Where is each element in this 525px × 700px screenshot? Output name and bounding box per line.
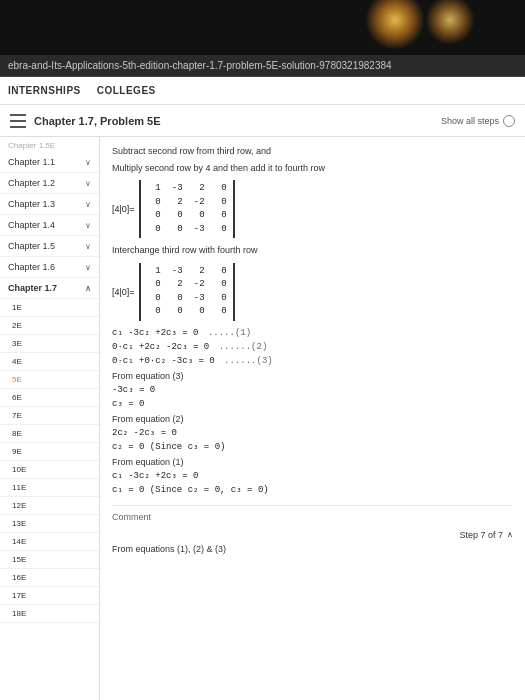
- sidebar-sub-15e[interactable]: 15E: [0, 551, 99, 569]
- chevron-ch1-6: ∨: [85, 263, 91, 272]
- m1-r3c1: 0: [147, 209, 161, 223]
- main-content: Subtract second row from third row, and …: [100, 137, 525, 700]
- m2-r3c4: 0: [213, 292, 227, 306]
- m1-r1c2: -3: [169, 182, 183, 196]
- sidebar-sub-13e[interactable]: 13E: [0, 515, 99, 533]
- m2-r1c3: 2: [191, 265, 205, 279]
- m2-r3c2: 0: [169, 292, 183, 306]
- m2-r4c3: 0: [191, 305, 205, 319]
- m2-r1c1: 1: [147, 265, 161, 279]
- nav-internships[interactable]: INTERNSHIPS: [8, 85, 81, 96]
- sidebar-label-ch1-7: Chapter 1.7: [8, 283, 57, 293]
- sidebar-label-ch1-5: Chapter 1.5: [8, 241, 55, 251]
- step2-text: Interchange third row with fourth row: [112, 244, 513, 257]
- chevron-ch1-2: ∨: [85, 179, 91, 188]
- sidebar-item-ch1-3[interactable]: Chapter 1.3 ∨: [0, 194, 99, 215]
- url-bar: ebra-and-Its-Applications-5th-edition-ch…: [0, 55, 525, 77]
- comment-label: Comment: [112, 512, 151, 522]
- equation2: 0·c₁ +2c₂ -2c₃ = 0 ......(2): [112, 341, 513, 352]
- nav-colleges[interactable]: COLLEGES: [97, 85, 156, 96]
- eq2-result: 2c₂ -2c₃ = 0: [112, 427, 513, 438]
- sidebar-sub-2e[interactable]: 2E: [0, 317, 99, 335]
- eq1-number: .....(1): [208, 328, 251, 338]
- chevron-up-icon[interactable]: ∧: [507, 530, 513, 539]
- sidebar-sub-12e[interactable]: 12E: [0, 497, 99, 515]
- circle-toggle[interactable]: [503, 115, 515, 127]
- sidebar-sub-14e[interactable]: 14E: [0, 533, 99, 551]
- sidebar-label-ch1-6: Chapter 1.6: [8, 262, 55, 272]
- chevron-ch1-5: ∨: [85, 242, 91, 251]
- sidebar-sub-1e[interactable]: 1E: [0, 299, 99, 317]
- equation3: 0·c₁ +0·c₂ -3c₃ = 0 ......(3): [112, 355, 513, 366]
- m2-r2c3: -2: [191, 278, 205, 292]
- m2-r2c4: 0: [213, 278, 227, 292]
- show-all-steps-button[interactable]: Show all steps: [441, 115, 515, 127]
- equation1: c₁ -3c₂ +2c₃ = 0 .....(1): [112, 327, 513, 338]
- sidebar-sub-6e[interactable]: 6E: [0, 389, 99, 407]
- from-eq3-label: From equation (3): [112, 371, 513, 381]
- sidebar-sub-16e[interactable]: 16E: [0, 569, 99, 587]
- content-area: Chapter 1.7, Problem 5E Show all steps C…: [0, 105, 525, 700]
- sidebar-sub-18e[interactable]: 18E: [0, 605, 99, 623]
- comment-section: Comment: [112, 505, 513, 522]
- sidebar-sub-17e[interactable]: 17E: [0, 587, 99, 605]
- sidebar-item-ch1-2[interactable]: Chapter 1.2 ∨: [0, 173, 99, 194]
- matrix2-row3: 0 0 -3 0: [147, 292, 227, 306]
- sidebar-label-ch1-4: Chapter 1.4: [8, 220, 55, 230]
- sidebar-item-ch1-5[interactable]: Chapter 1.5 ∨: [0, 236, 99, 257]
- eq2-text: 0·c₁ +2c₂ -2c₃ = 0: [112, 342, 209, 352]
- m1-r2c1: 0: [147, 196, 161, 210]
- sidebar-item-ch1-4[interactable]: Chapter 1.4 ∨: [0, 215, 99, 236]
- eq1-result2: c₁ = 0 (Since c₂ = 0, c₃ = 0): [112, 484, 513, 495]
- chevron-ch1-7: ∧: [85, 284, 91, 293]
- sidebar-section-title: Chapter 1.5E: [0, 137, 99, 152]
- light-right: [425, 0, 475, 45]
- sidebar-label-ch1-1: Chapter 1.1: [8, 157, 55, 167]
- m1-r3c3: 0: [191, 209, 205, 223]
- step-counter-text: Step 7 of 7: [459, 530, 503, 540]
- matrix1-row1: 1 -3 2 0: [147, 182, 227, 196]
- menu-icon[interactable]: [10, 114, 26, 128]
- step1-text1: Subtract second row from third row, and: [112, 145, 513, 158]
- m2-r4c2: 0: [169, 305, 183, 319]
- sidebar-item-ch1-1[interactable]: Chapter 1.1 ∨: [0, 152, 99, 173]
- matrix2-label: [4|0]=: [112, 287, 135, 297]
- m2-r2c1: 0: [147, 278, 161, 292]
- step-counter: Step 7 of 7 ∧: [112, 530, 513, 540]
- sidebar-sub-10e[interactable]: 10E: [0, 461, 99, 479]
- sidebar-sub-5e[interactable]: 5E: [0, 371, 99, 389]
- matrix1-row4: 0 0 -3 0: [147, 223, 227, 237]
- sidebar-sub-9e[interactable]: 9E: [0, 443, 99, 461]
- url-text: ebra-and-Its-Applications-5th-edition-ch…: [8, 60, 392, 71]
- chevron-ch1-3: ∨: [85, 200, 91, 209]
- m1-r2c3: -2: [191, 196, 205, 210]
- m1-r4c2: 0: [169, 223, 183, 237]
- top-area: [0, 0, 525, 55]
- sidebar-item-ch1-7[interactable]: Chapter 1.7 ∧: [0, 278, 99, 299]
- show-all-steps-label: Show all steps: [441, 116, 499, 126]
- chevron-ch1-4: ∨: [85, 221, 91, 230]
- sidebar-sub-3e[interactable]: 3E: [0, 335, 99, 353]
- matrix1-label: [4|0]=: [112, 204, 135, 214]
- matrix1-container: [4|0]= 1 -3 2 0 0 2 -2 0 0: [112, 180, 513, 238]
- sidebar-sub-8e[interactable]: 8E: [0, 425, 99, 443]
- main-layout: Chapter 1.5E Chapter 1.1 ∨ Chapter 1.2 ∨…: [0, 137, 525, 700]
- m2-r4c1: 0: [147, 305, 161, 319]
- sidebar-sub-4e[interactable]: 4E: [0, 353, 99, 371]
- m1-r2c2: 2: [169, 196, 183, 210]
- matrix2-row4: 0 0 0 0: [147, 305, 227, 319]
- matrix2: 1 -3 2 0 0 2 -2 0 0 0 -3: [139, 263, 235, 321]
- sidebar-item-ch1-6[interactable]: Chapter 1.6 ∨: [0, 257, 99, 278]
- eq3-number: ......(3): [224, 356, 273, 366]
- m2-r4c4: 0: [213, 305, 227, 319]
- matrix2-row1: 1 -3 2 0: [147, 265, 227, 279]
- eq3-result1: -3c₃ = 0: [112, 384, 513, 395]
- matrix2-container: [4|0]= 1 -3 2 0 0 2 -2 0 0: [112, 263, 513, 321]
- light-left: [365, 0, 425, 50]
- m1-r1c1: 1: [147, 182, 161, 196]
- m1-r4c1: 0: [147, 223, 161, 237]
- sidebar-sub-11e[interactable]: 11E: [0, 479, 99, 497]
- m1-r3c4: 0: [213, 209, 227, 223]
- m2-r1c4: 0: [213, 265, 227, 279]
- sidebar-sub-7e[interactable]: 7E: [0, 407, 99, 425]
